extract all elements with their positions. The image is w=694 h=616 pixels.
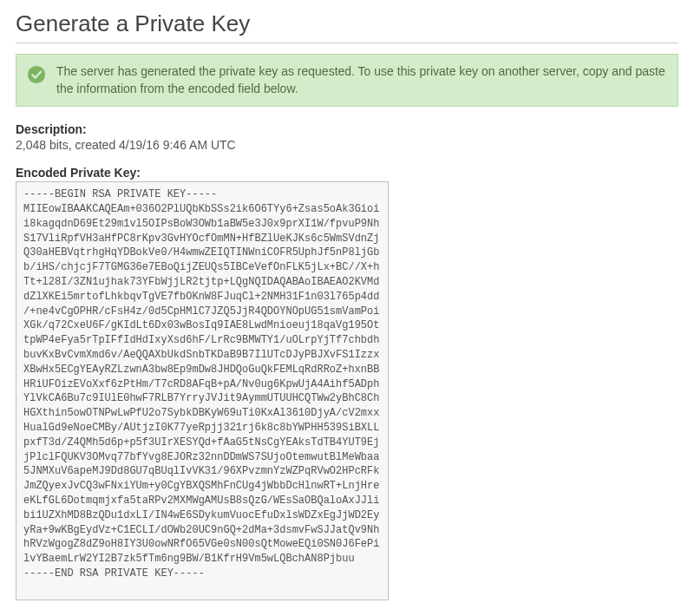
alert-message: The server has generated the private key… [56, 63, 667, 97]
encoded-key-text[interactable]: -----BEGIN RSA PRIVATE KEY----- MIIEowIB… [23, 187, 381, 581]
description-label: Description: [16, 122, 678, 136]
page-title: Generate a Private Key [16, 10, 678, 43]
svg-point-0 [28, 66, 45, 83]
encoded-label: Encoded Private Key: [16, 166, 678, 180]
check-circle-icon [27, 65, 46, 84]
success-alert: The server has generated the private key… [16, 54, 678, 107]
description-value: 2,048 bits, created 4/19/16 9:46 AM UTC [16, 138, 678, 152]
encoded-key-box[interactable]: -----BEGIN RSA PRIVATE KEY----- MIIEowIB… [16, 181, 389, 600]
